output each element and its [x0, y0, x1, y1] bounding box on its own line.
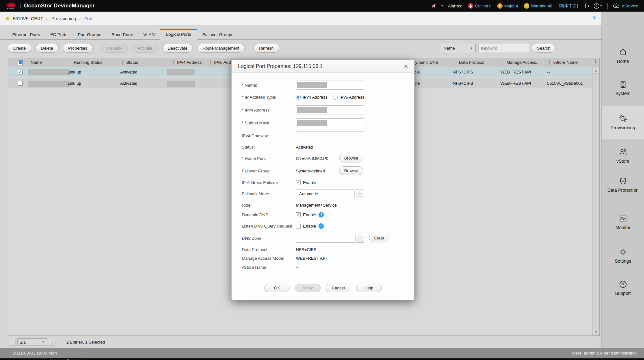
- sidebar-item-provisioning[interactable]: Provisioning: [602, 114, 644, 130]
- filter-field-select[interactable]: Name ▼: [441, 44, 476, 52]
- col-data-protocol[interactable]: Data Protocol: [459, 60, 484, 65]
- col-running-status[interactable]: Running Status: [74, 60, 102, 65]
- tab-ethernet-ports[interactable]: Ethernet Ports: [7, 30, 45, 40]
- table-scrollbar[interactable]: ∧ ∨: [592, 67, 599, 336]
- create-button[interactable]: Create: [8, 44, 31, 53]
- sidebar-item-data-protection[interactable]: Data Protection: [602, 177, 644, 193]
- field-data-protocol: Data Protocol: NFS+CIFS: [232, 245, 414, 254]
- field-manage-access: Manage Access Mode: WEB+REST API: [232, 254, 414, 263]
- ip-failover-checkbox-checked[interactable]: ✓: [296, 180, 301, 185]
- ipv4-input[interactable]: [296, 105, 364, 114]
- critical-icon: [468, 3, 473, 9]
- home-port-label: Home Port:: [245, 156, 266, 161]
- row-checkbox-checked[interactable]: ✓: [18, 70, 23, 74]
- ipv4-radio-label: IPv4 Address: [303, 95, 327, 100]
- help-menu[interactable]: ? ▼: [594, 3, 602, 9]
- dialog-titlebar[interactable]: Logical Port Properties: 129.115.56.1 ×: [232, 60, 414, 73]
- sidebar-item-monitor[interactable]: Monitor: [602, 214, 644, 230]
- home-port-value: CTE0.A.IOM2.P0: [296, 156, 328, 161]
- refresh-button[interactable]: Refresh: [253, 44, 279, 53]
- keyword-input[interactable]: [478, 44, 529, 52]
- name-input[interactable]: [296, 81, 364, 90]
- dns-zone-clear-button[interactable]: Clear: [369, 234, 389, 242]
- ipv4-radio[interactable]: [296, 95, 301, 100]
- home-port-browse-button[interactable]: Browse: [339, 154, 363, 162]
- close-icon[interactable]: ×: [404, 63, 408, 70]
- tab-port-groups[interactable]: Port Groups: [73, 30, 107, 40]
- nav-sidebar: Home System Provisioning: [601, 12, 644, 348]
- sound-dropdown-caret[interactable]: ▼: [441, 5, 443, 7]
- tab-bond-ports[interactable]: Bond Ports: [106, 30, 138, 40]
- select-all-checkbox[interactable]: [18, 60, 23, 65]
- route-management-button[interactable]: Route Management: [197, 44, 245, 53]
- delete-button[interactable]: Delete: [35, 44, 59, 53]
- tab-failover-groups[interactable]: Failover Groups: [197, 30, 238, 40]
- deactivate-button[interactable]: Deactivate: [162, 44, 193, 53]
- page-select[interactable]: 1/1 ▼: [17, 338, 47, 345]
- alarm-warning[interactable]: ! Warning 48: [524, 3, 552, 9]
- col-manage-access[interactable]: Manage Access...: [507, 60, 540, 65]
- tab-fc-ports[interactable]: FC Ports: [45, 30, 72, 40]
- language-switch[interactable]: [简体中文]: [559, 3, 578, 9]
- settings-gear-icon: [619, 248, 628, 257]
- sidebar-item-home[interactable]: Home: [602, 48, 644, 64]
- subnet-input[interactable]: [296, 118, 364, 127]
- huawei-logo: HUAWEI: [5, 2, 18, 10]
- col-dynamic-dns[interactable]: Dynamic DNS: [412, 60, 439, 65]
- page-help-icon[interactable]: ?: [592, 16, 596, 22]
- gateway-input[interactable]: [296, 131, 364, 140]
- breadcrumb: 5610V5_CERT > Provisioning > Port ?: [0, 12, 601, 26]
- sidebar-item-vstore[interactable]: vStore: [602, 148, 644, 164]
- prev-page-button[interactable]: ‹: [9, 339, 15, 345]
- failover-group-browse-button[interactable]: Browse: [339, 166, 363, 175]
- help-button[interactable]: Help: [356, 284, 382, 292]
- col-vstore-name[interactable]: vStore Name: [553, 60, 578, 65]
- scroll-up-icon[interactable]: ∧: [593, 68, 599, 73]
- support-icon: ?: [619, 280, 628, 289]
- redacted-value: [297, 120, 327, 126]
- sidebar-item-system[interactable]: System: [602, 80, 644, 96]
- breadcrumb-provisioning[interactable]: Provisioning: [52, 16, 76, 21]
- failback-mode-select[interactable]: Automatic: [296, 189, 355, 198]
- properties-button[interactable]: Properties: [63, 44, 93, 53]
- listen-dns-help-icon[interactable]: ?: [318, 223, 324, 229]
- breadcrumb-port[interactable]: Port: [84, 16, 92, 21]
- scroll-down-icon[interactable]: ∨: [593, 329, 599, 335]
- major-icon: [497, 3, 503, 9]
- ipv6-radio[interactable]: [333, 95, 338, 100]
- speaker-muted-icon[interactable]: [431, 3, 438, 9]
- manage-access-label: Manage Access Mode:: [242, 256, 284, 261]
- filter-field-value: Name: [444, 46, 455, 51]
- column-config-icon[interactable]: ∨∨: [592, 59, 598, 63]
- failback-mode-dropdown-icon[interactable]: ▼: [356, 189, 364, 198]
- listen-dns-checkbox-unchecked[interactable]: [296, 224, 301, 229]
- sidebar-label: Settings: [602, 258, 644, 264]
- sidebar-item-settings[interactable]: Settings: [602, 248, 644, 264]
- tab-vlan[interactable]: VLAN: [138, 30, 160, 40]
- alarm-major[interactable]: Major 4: [497, 3, 518, 9]
- col-ipv4-address[interactable]: IPv4 Address: [177, 60, 202, 65]
- cell-running-status: Link up: [68, 81, 81, 86]
- dns-zone-more-icon[interactable]: ···: [356, 234, 364, 243]
- dns-zone-input[interactable]: [296, 234, 356, 243]
- logout-icon[interactable]: [584, 3, 591, 9]
- dynamic-dns-help-icon[interactable]: ?: [318, 212, 324, 218]
- eservice-link[interactable]: eService: [613, 3, 638, 8]
- ok-button[interactable]: OK: [264, 284, 290, 292]
- row-checkbox-unchecked[interactable]: [18, 81, 23, 86]
- dynamic-dns-checkbox-checked[interactable]: ✓: [296, 212, 301, 217]
- cell-vstore-name: 5610V5_vStore001: [547, 81, 583, 86]
- next-page-button[interactable]: ›: [49, 339, 55, 345]
- taskstrip-item: [68, 359, 85, 360]
- alarm-critical[interactable]: Critical 0: [468, 3, 491, 9]
- dynamic-dns-label: Dynamic DNS:: [242, 212, 269, 217]
- sidebar-item-support[interactable]: ? Support: [602, 280, 644, 296]
- monitor-icon: [619, 214, 628, 223]
- breadcrumb-device[interactable]: 5610V5_CERT: [13, 16, 43, 21]
- cancel-button[interactable]: Cancel: [326, 284, 351, 292]
- search-button[interactable]: Search: [532, 44, 556, 53]
- field-listen-dns: Listen DNS Query Request: Enable ?: [232, 221, 414, 230]
- col-name[interactable]: Name: [31, 60, 42, 65]
- col-status[interactable]: Status: [126, 60, 138, 65]
- tab-logical-ports[interactable]: Logical Ports: [160, 29, 197, 40]
